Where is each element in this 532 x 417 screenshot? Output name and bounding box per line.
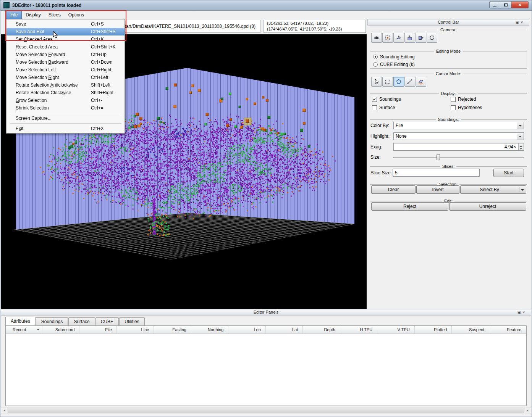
slice-size-input[interactable]: 5 bbox=[393, 169, 480, 177]
rotate-camera-icon bbox=[429, 35, 435, 41]
menu-item-move-selection-right[interactable]: Move Selection RightCtrl+Left bbox=[6, 74, 125, 81]
column-header-file[interactable]: File bbox=[79, 326, 116, 333]
panel-float-icon[interactable]: ▣ bbox=[516, 20, 519, 25]
column-header-northing[interactable]: Northing bbox=[191, 326, 228, 333]
coordinate-display: (314263.53, 5419778.82, -19.23) (174°46'… bbox=[264, 20, 366, 33]
slices-section-label: Slices: bbox=[370, 164, 527, 169]
menu-shortcut: Ctrl+X bbox=[91, 126, 118, 131]
menu-shortcut: Ctrl+Down bbox=[91, 60, 118, 65]
menu-item-move-selection-forward[interactable]: Move Selection ForwardCtrl+Up bbox=[6, 51, 125, 58]
editor-panels: Editor Panels ▣ × AttributesSoundingsSur… bbox=[0, 309, 532, 407]
sounding-editing-radio[interactable]: Sounding Editing bbox=[370, 53, 527, 61]
start-button[interactable]: Start bbox=[493, 169, 524, 177]
checkbox-checked-icon: ✔ bbox=[372, 97, 377, 102]
menu-item-move-selection-left[interactable]: Move Selection LeftCtrl+Right bbox=[6, 66, 125, 74]
camera-toolbar bbox=[371, 33, 437, 43]
color-by-dropdown[interactable]: File bbox=[393, 122, 524, 129]
minimize-icon bbox=[493, 6, 496, 6]
cursor-mode-section-label: Cursor Mode: bbox=[370, 71, 527, 76]
trackball-camera-icon bbox=[374, 35, 380, 41]
scroll-right-arrow-icon[interactable]: ▸ bbox=[524, 407, 531, 414]
highlight-dropdown[interactable]: None bbox=[393, 132, 524, 140]
slice-plane-button[interactable] bbox=[416, 77, 426, 87]
record-filter-arrow-icon[interactable] bbox=[37, 329, 40, 332]
scroll-left-arrow-icon[interactable]: ◂ bbox=[1, 407, 8, 414]
edit-buttons: Reject Unreject bbox=[371, 202, 526, 210]
menu-item-move-selection-backward[interactable]: Move Selection BackwardCtrl+Down bbox=[6, 58, 125, 66]
column-header-h-tpu[interactable]: H TPU bbox=[340, 326, 377, 333]
menu-item-rotate-selection-clockwise[interactable]: Rotate Selection ClockwiseShift+Right bbox=[6, 89, 125, 97]
panel-close-icon[interactable]: × bbox=[522, 310, 525, 315]
scrollbar-thumb[interactable] bbox=[8, 408, 524, 413]
surface-checkbox[interactable]: Surface bbox=[372, 105, 451, 110]
invert-button[interactable]: Invert bbox=[416, 185, 459, 194]
slider-handle[interactable] bbox=[437, 154, 440, 160]
column-header-lat[interactable]: Lat bbox=[266, 326, 303, 333]
cube-editing-radio[interactable]: CUBE Editing (k) bbox=[370, 61, 527, 68]
pointer-select-button[interactable] bbox=[371, 77, 382, 87]
column-header-line[interactable]: Line bbox=[117, 326, 154, 333]
menu-item-set-checked-area[interactable]: Set Checked AreaCtrl+K bbox=[6, 35, 125, 43]
cursor-toolbar bbox=[371, 77, 426, 87]
menu-item-screen-capture[interactable]: Screen Capture... bbox=[6, 114, 125, 122]
menubar-item-file[interactable]: File bbox=[6, 11, 22, 19]
column-header-feature[interactable]: Feature bbox=[489, 326, 526, 333]
menubar-item-slices[interactable]: Slices bbox=[45, 11, 65, 19]
menu-shortcut: Ctrl+Left bbox=[91, 75, 118, 80]
panel-float-icon[interactable]: ▣ bbox=[517, 310, 521, 315]
menubar-item-display[interactable]: Display bbox=[22, 11, 44, 19]
tab-attributes[interactable]: Attributes bbox=[5, 317, 36, 325]
editor-tabs: AttributesSoundingsSurfaceCUBEUtilities bbox=[5, 317, 145, 325]
exag-spinbox[interactable]: 4.94× bbox=[393, 143, 524, 151]
polygon-select-button[interactable] bbox=[393, 77, 404, 87]
editor-panels-title: Editor Panels bbox=[254, 310, 278, 314]
menu-item-exit[interactable]: ExitCtrl+X bbox=[6, 125, 125, 132]
menu-item-reset-checked-area[interactable]: Reset Checked AreaCtrl+Shift+K bbox=[6, 43, 125, 51]
menu-shortcut: Ctrl+K bbox=[91, 37, 118, 42]
reject-button[interactable]: Reject bbox=[371, 202, 448, 211]
menu-shortcut: Shift+Right bbox=[91, 90, 118, 95]
table-body[interactable] bbox=[6, 334, 526, 406]
hypotheses-checkbox[interactable]: Hypotheses bbox=[451, 105, 525, 110]
column-header-suspect[interactable]: Suspect bbox=[452, 326, 489, 333]
column-header-lon[interactable]: Lon bbox=[228, 326, 265, 333]
trackball-camera-button[interactable] bbox=[371, 33, 382, 43]
menu-item-save-and-exit[interactable]: Save And ExitCtrl+Shift+S bbox=[6, 28, 125, 35]
view-front-button[interactable] bbox=[404, 33, 415, 43]
clear-button[interactable]: Clear bbox=[371, 185, 416, 194]
tab-cube[interactable]: CUBE bbox=[95, 317, 119, 325]
view-top-button[interactable] bbox=[393, 33, 404, 43]
soundings-checkbox[interactable]: ✔Soundings bbox=[372, 97, 451, 102]
unreject-button[interactable]: Unreject bbox=[449, 202, 526, 211]
spinbox-arrows-icon[interactable] bbox=[518, 143, 524, 150]
maximize-button[interactable] bbox=[500, 1, 511, 8]
rotate-camera-button[interactable] bbox=[427, 33, 437, 43]
column-header-v-tpu[interactable]: V TPU bbox=[377, 326, 414, 333]
menu-item-rotate-selection-anticlockwise[interactable]: Rotate Selection AnticlockwiseShift+Left bbox=[6, 81, 125, 89]
tab-utilities[interactable]: Utilities bbox=[119, 317, 145, 325]
select-by-button[interactable]: Select By bbox=[460, 185, 526, 194]
column-header-depth[interactable]: Depth bbox=[303, 326, 340, 333]
tab-soundings[interactable]: Soundings bbox=[36, 317, 68, 325]
column-header-easting[interactable]: Easting bbox=[154, 326, 191, 333]
panel-close-icon[interactable]: × bbox=[521, 20, 523, 25]
file-menu-popup: SaveCtrl+SSave And ExitCtrl+Shift+SSet C… bbox=[6, 19, 125, 134]
line-select-button[interactable] bbox=[404, 77, 415, 87]
column-header-plotted[interactable]: Plotted bbox=[415, 326, 452, 333]
size-slider[interactable] bbox=[393, 153, 524, 161]
rejected-checkbox[interactable]: Rejected bbox=[451, 97, 525, 102]
menu-shortcut: Shift+Left bbox=[91, 82, 118, 88]
menubar-item-options[interactable]: Options bbox=[65, 11, 88, 19]
menu-item-save[interactable]: SaveCtrl+S bbox=[6, 20, 125, 28]
menu-item-shrink-selection[interactable]: Shrink SelectionCtrl+= bbox=[6, 104, 125, 112]
column-header-subrecord[interactable]: Subrecord bbox=[42, 326, 79, 333]
rectangle-select-button[interactable] bbox=[382, 77, 393, 87]
view-side-button[interactable] bbox=[416, 33, 426, 43]
minimize-button[interactable] bbox=[489, 1, 500, 8]
column-header-record[interactable]: Record bbox=[6, 326, 42, 333]
zoom-extents-button[interactable] bbox=[382, 33, 393, 43]
close-button[interactable]: × bbox=[511, 1, 529, 8]
horizontal-scrollbar[interactable]: ◂ ▸ bbox=[1, 407, 531, 414]
tab-surface[interactable]: Surface bbox=[68, 317, 95, 325]
menu-item-grow-selection[interactable]: Grow SelectionCtrl+- bbox=[6, 97, 125, 104]
